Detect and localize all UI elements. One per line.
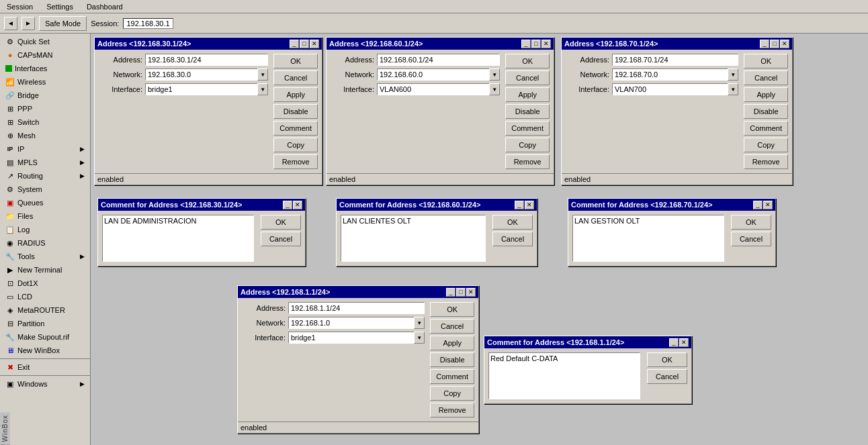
address-window-1-close[interactable]: ✕ (310, 40, 319, 48)
comment-button-3[interactable]: Comment (744, 121, 788, 136)
comment-textarea-1[interactable]: LAN DE ADMINISTRACION (102, 215, 254, 262)
comment-cancel-button-4[interactable]: Cancel (647, 369, 687, 384)
comment-window-3-close[interactable]: ✕ (763, 201, 773, 209)
interface-arrow-btn-1[interactable]: ▼ (257, 83, 268, 95)
copy-button-4[interactable]: Copy (430, 386, 474, 401)
sidebar-item-dot1x[interactable]: ⊡ Dot1X (0, 277, 90, 290)
address-window-3-close[interactable]: ✕ (780, 40, 789, 48)
comment-textarea-3[interactable]: LAN GESTION OLT (572, 215, 724, 262)
disable-button-2[interactable]: Disable (505, 104, 550, 119)
copy-button-3[interactable]: Copy (744, 138, 788, 152)
forward-button[interactable]: ► (21, 17, 35, 30)
address-window-2-minimize[interactable]: _ (521, 40, 531, 48)
sidebar-item-make-supout[interactable]: 🔧 Make Supout.rif (0, 330, 90, 344)
cancel-button-3[interactable]: Cancel (744, 70, 788, 85)
interface-arrow-btn-3[interactable]: ▼ (728, 83, 738, 95)
sidebar-item-tools[interactable]: 🔧 Tools ▶ (0, 250, 90, 263)
address-window-4-maximize[interactable]: □ (456, 288, 466, 297)
network-input-3[interactable] (612, 68, 728, 81)
comment-window-1-minimize[interactable]: _ (283, 201, 292, 209)
disable-button-3[interactable]: Disable (744, 104, 788, 119)
sidebar-item-partition[interactable]: ⊟ Partition (0, 317, 90, 330)
sidebar-item-ip[interactable]: IP IP ▶ (0, 142, 90, 156)
menu-session[interactable]: Session (3, 2, 37, 11)
sidebar-item-files[interactable]: 📁 Files (0, 209, 90, 223)
sidebar-item-switch[interactable]: ⊞ Switch (0, 115, 90, 129)
cancel-button-4[interactable]: Cancel (430, 319, 474, 334)
comment-cancel-button-3[interactable]: Cancel (731, 232, 771, 246)
sidebar-item-mesh[interactable]: ⊕ Mesh (0, 129, 90, 142)
back-button[interactable]: ◄ (4, 17, 17, 30)
interface-input-4[interactable] (288, 332, 414, 344)
remove-button-1[interactable]: Remove (273, 154, 318, 169)
sidebar-item-routing[interactable]: ↗ Routing ▶ (0, 169, 90, 183)
network-arrow-btn-4[interactable]: ▼ (414, 317, 425, 329)
remove-button-3[interactable]: Remove (744, 154, 788, 169)
sidebar-item-capsman[interactable]: ● CAPsMAN (0, 48, 90, 62)
interface-input-1[interactable] (145, 83, 257, 95)
network-input-2[interactable] (377, 68, 489, 81)
ok-button-2[interactable]: OK (505, 54, 550, 68)
address-window-2-close[interactable]: ✕ (541, 40, 551, 48)
cancel-button-1[interactable]: Cancel (273, 70, 318, 85)
network-input-1[interactable] (145, 68, 257, 81)
comment-cancel-button-1[interactable]: Cancel (261, 232, 301, 246)
network-arrow-btn-2[interactable]: ▼ (489, 68, 500, 81)
sidebar-item-new-terminal[interactable]: ▶ New Terminal (0, 263, 90, 277)
ok-button-4[interactable]: OK (430, 302, 474, 317)
comment-ok-button-3[interactable]: OK (731, 215, 771, 230)
address-window-4-close[interactable]: ✕ (466, 288, 476, 297)
address-window-4-minimize[interactable]: _ (446, 288, 455, 297)
sidebar-item-bridge[interactable]: 🔗 Bridge (0, 89, 90, 102)
apply-button-2[interactable]: Apply (505, 87, 550, 102)
remove-button-2[interactable]: Remove (505, 154, 550, 169)
sidebar-item-windows[interactable]: ▣ Windows ▶ (0, 377, 90, 391)
comment-window-2-minimize[interactable]: _ (515, 201, 524, 209)
interface-arrow-btn-4[interactable]: ▼ (414, 332, 425, 344)
interface-input-2[interactable] (377, 83, 489, 95)
disable-button-1[interactable]: Disable (273, 104, 318, 119)
comment-window-2-close[interactable]: ✕ (525, 201, 534, 209)
apply-button-1[interactable]: Apply (273, 87, 318, 102)
address-window-1-minimize[interactable]: _ (290, 40, 299, 48)
comment-ok-button-2[interactable]: OK (492, 215, 533, 230)
sidebar-item-queues[interactable]: ▣ Queues (0, 196, 90, 209)
cancel-button-2[interactable]: Cancel (505, 70, 550, 85)
sidebar-item-metarouter[interactable]: ◈ MetaROUTER (0, 303, 90, 317)
network-input-4[interactable] (288, 317, 414, 329)
comment-window-1-close[interactable]: ✕ (293, 201, 302, 209)
ok-button-1[interactable]: OK (273, 54, 318, 68)
sidebar-item-interfaces[interactable]: Interfaces (0, 62, 90, 75)
comment-ok-button-4[interactable]: OK (647, 352, 687, 367)
address-window-2-maximize[interactable]: □ (531, 40, 541, 48)
interface-input-3[interactable] (612, 83, 728, 95)
comment-textarea-4[interactable]: Red Default C-DATA (488, 352, 640, 399)
address-input-4[interactable] (288, 302, 425, 314)
address-window-1-maximize[interactable]: □ (300, 40, 309, 48)
remove-button-4[interactable]: Remove (430, 403, 474, 417)
apply-button-4[interactable]: Apply (430, 336, 474, 350)
comment-ok-button-1[interactable]: OK (261, 215, 301, 230)
comment-window-3-minimize[interactable]: _ (753, 201, 763, 209)
sidebar-item-exit[interactable]: ✖ Exit (0, 360, 90, 374)
sidebar-item-system[interactable]: ⚙ System (0, 183, 90, 196)
comment-button-4[interactable]: Comment (430, 369, 474, 384)
address-input-3[interactable] (612, 54, 738, 66)
sidebar-item-lcd[interactable]: ▭ LCD (0, 290, 90, 303)
network-arrow-btn-1[interactable]: ▼ (257, 68, 268, 81)
sidebar-item-wireless[interactable]: 📶 Wireless (0, 75, 90, 89)
comment-button-2[interactable]: Comment (505, 121, 550, 136)
sidebar-item-log[interactable]: 📋 Log (0, 223, 90, 236)
copy-button-1[interactable]: Copy (273, 138, 318, 152)
network-arrow-btn-3[interactable]: ▼ (728, 68, 738, 81)
copy-button-2[interactable]: Copy (505, 138, 550, 152)
interface-arrow-btn-2[interactable]: ▼ (489, 83, 500, 95)
comment-window-4-close[interactable]: ✕ (679, 338, 689, 347)
menu-dashboard[interactable]: Dashboard (83, 2, 127, 11)
comment-cancel-button-2[interactable]: Cancel (492, 232, 533, 246)
ok-button-3[interactable]: OK (744, 54, 788, 68)
comment-button-1[interactable]: Comment (273, 121, 318, 136)
sidebar-item-ppp[interactable]: ⊞ PPP (0, 102, 90, 115)
menu-settings[interactable]: Settings (42, 2, 77, 11)
comment-window-4-minimize[interactable]: _ (669, 338, 679, 347)
